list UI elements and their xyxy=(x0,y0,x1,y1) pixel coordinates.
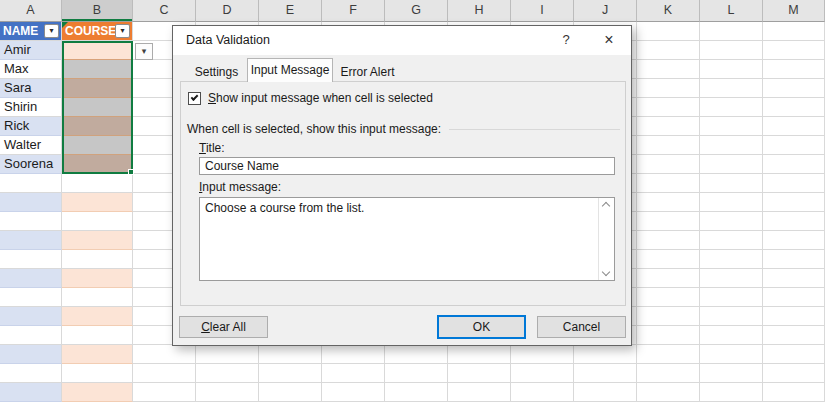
grid-cell[interactable] xyxy=(763,269,825,288)
title-input[interactable]: Course Name xyxy=(199,157,615,175)
grid-cell[interactable] xyxy=(637,60,700,79)
filter-dropdown-icon[interactable]: ▾ xyxy=(44,24,59,38)
cell-name-walter[interactable]: Walter xyxy=(0,136,62,155)
cell-course-selected[interactable] xyxy=(62,60,133,79)
grid-cell[interactable] xyxy=(0,364,62,383)
column-header-c[interactable]: C xyxy=(133,0,196,22)
grid-cell[interactable] xyxy=(700,193,763,212)
clear-all-button[interactable]: Clear All xyxy=(179,316,268,338)
fill-handle[interactable] xyxy=(128,169,134,175)
column-header-e[interactable]: E xyxy=(259,0,322,22)
grid-cell[interactable] xyxy=(637,269,700,288)
grid-cell[interactable] xyxy=(637,136,700,155)
grid-cell[interactable] xyxy=(0,345,62,364)
grid-cell[interactable] xyxy=(0,212,62,231)
tab-settings[interactable]: Settings xyxy=(188,62,245,82)
grid-cell[interactable] xyxy=(259,383,322,402)
grid-cell[interactable] xyxy=(322,364,385,383)
grid-cell[interactable] xyxy=(637,155,700,174)
grid-cell[interactable] xyxy=(62,307,133,326)
tab-error-alert[interactable]: Error Alert xyxy=(336,62,399,82)
grid-cell[interactable] xyxy=(0,231,62,250)
grid-cell[interactable] xyxy=(448,364,511,383)
grid-cell[interactable] xyxy=(196,364,259,383)
validation-dropdown-button[interactable]: ▾ xyxy=(135,43,153,60)
cancel-button[interactable]: Cancel xyxy=(537,316,626,338)
grid-cell[interactable] xyxy=(62,193,133,212)
grid-cell[interactable] xyxy=(511,383,574,402)
grid-cell[interactable] xyxy=(62,250,133,269)
grid-cell[interactable] xyxy=(763,136,825,155)
grid-cell[interactable] xyxy=(700,326,763,345)
grid-cell[interactable] xyxy=(133,345,196,364)
grid-cell[interactable] xyxy=(763,22,825,41)
grid-cell[interactable] xyxy=(0,193,62,212)
grid-cell[interactable] xyxy=(637,250,700,269)
cell-course-selected[interactable] xyxy=(62,79,133,98)
column-header-g[interactable]: G xyxy=(385,0,448,22)
grid-cell[interactable] xyxy=(763,212,825,231)
column-header-j[interactable]: J xyxy=(574,0,637,22)
show-message-checkbox[interactable] xyxy=(188,92,201,105)
grid-cell[interactable] xyxy=(763,250,825,269)
grid-cell[interactable] xyxy=(511,345,574,364)
textarea-scrollbar[interactable] xyxy=(598,198,614,280)
grid-cell[interactable] xyxy=(763,98,825,117)
dialog-titlebar[interactable]: Data Validation ? × xyxy=(173,26,631,55)
grid-cell[interactable] xyxy=(763,155,825,174)
grid-cell[interactable] xyxy=(700,60,763,79)
grid-cell[interactable] xyxy=(700,345,763,364)
column-header-m[interactable]: M xyxy=(763,0,825,22)
grid-cell[interactable] xyxy=(700,22,763,41)
grid-cell[interactable] xyxy=(763,231,825,250)
grid-cell[interactable] xyxy=(0,307,62,326)
grid-cell[interactable] xyxy=(62,212,133,231)
grid-cell[interactable] xyxy=(0,383,62,402)
column-header-i[interactable]: I xyxy=(511,0,574,22)
grid-cell[interactable] xyxy=(62,174,133,193)
cell-name-rick[interactable]: Rick xyxy=(0,117,62,136)
grid-cell[interactable] xyxy=(322,383,385,402)
grid-cell[interactable] xyxy=(62,326,133,345)
grid-cell[interactable] xyxy=(511,364,574,383)
grid-cell[interactable] xyxy=(763,174,825,193)
table-header-name[interactable]: NAME▾ xyxy=(0,22,62,41)
grid-cell[interactable] xyxy=(700,231,763,250)
grid-cell[interactable] xyxy=(637,231,700,250)
grid-cell[interactable] xyxy=(637,22,700,41)
grid-cell[interactable] xyxy=(637,345,700,364)
column-header-l[interactable]: L xyxy=(700,0,763,22)
grid-cell[interactable] xyxy=(0,326,62,345)
grid-cell[interactable] xyxy=(0,269,62,288)
grid-cell[interactable] xyxy=(62,288,133,307)
grid-cell[interactable] xyxy=(763,383,825,402)
cell-name-max[interactable]: Max xyxy=(0,60,62,79)
grid-cell[interactable] xyxy=(637,364,700,383)
grid-cell[interactable] xyxy=(0,174,62,193)
grid-cell[interactable] xyxy=(637,117,700,136)
column-header-f[interactable]: F xyxy=(322,0,385,22)
grid-cell[interactable] xyxy=(448,383,511,402)
cell-course-selected[interactable] xyxy=(62,41,133,60)
grid-cell[interactable] xyxy=(637,41,700,60)
grid-cell[interactable] xyxy=(700,250,763,269)
close-icon[interactable]: × xyxy=(596,26,622,55)
grid-cell[interactable] xyxy=(259,364,322,383)
ok-button[interactable]: OK xyxy=(437,315,526,339)
column-header-a[interactable]: A xyxy=(0,0,62,22)
grid-cell[interactable] xyxy=(637,383,700,402)
grid-cell[interactable] xyxy=(385,383,448,402)
cell-name-shirin[interactable]: Shirin xyxy=(0,98,62,117)
cell-name-sara[interactable]: Sara xyxy=(0,79,62,98)
grid-cell[interactable] xyxy=(763,326,825,345)
help-icon[interactable]: ? xyxy=(556,26,576,55)
grid-cell[interactable] xyxy=(700,269,763,288)
table-header-course[interactable]: COURSE▾ xyxy=(62,22,133,41)
grid-cell[interactable] xyxy=(62,364,133,383)
column-header-b[interactable]: B xyxy=(62,0,133,22)
cell-course-selected[interactable] xyxy=(62,117,133,136)
grid-cell[interactable] xyxy=(322,345,385,364)
grid-cell[interactable] xyxy=(574,345,637,364)
column-header-d[interactable]: D xyxy=(196,0,259,22)
grid-cell[interactable] xyxy=(637,326,700,345)
